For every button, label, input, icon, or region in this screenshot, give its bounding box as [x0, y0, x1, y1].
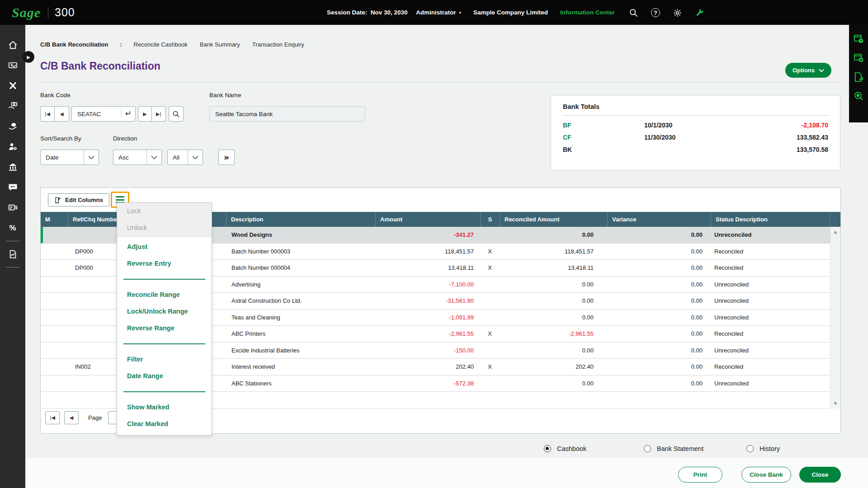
tab-reconcile-cashbook[interactable]: Reconcile Cashbook — [134, 41, 188, 48]
previous-record-button[interactable]: ◀ — [55, 106, 69, 122]
chevron-down-icon — [819, 69, 824, 72]
cheque-money-icon[interactable]: $ — [0, 55, 25, 75]
menu-item-show-marked[interactable]: Show Marked — [117, 399, 212, 416]
bank-total-row-bf: BF 10/1/2030 -2,108.70 — [563, 122, 828, 134]
tab-transaction-enquiry[interactable]: Transaction Enquiry — [252, 41, 304, 48]
menu-item-reverse-entry[interactable]: Reverse Entry — [117, 255, 212, 272]
menu-item-lock-unlock-range[interactable]: Lock/Unlock Range — [117, 303, 212, 320]
cell-variance: 0.00 — [607, 260, 711, 276]
menu-item-lock: Lock — [117, 203, 212, 220]
user-menu[interactable]: Administrator▾ — [416, 0, 461, 25]
search-icon — [172, 110, 180, 118]
grid-vertical-scrollbar[interactable]: ▲ ▼ — [830, 227, 840, 408]
radio-history[interactable]: History — [746, 445, 780, 452]
options-button[interactable]: Options — [785, 63, 831, 78]
payments-icon[interactable] — [0, 96, 25, 116]
cell-status-flag: X — [480, 260, 500, 276]
menu-item-date-range[interactable]: Date Range — [117, 368, 212, 385]
edit-columns-button[interactable]: Edit Columns — [48, 193, 109, 206]
print-button[interactable]: Print — [678, 467, 722, 483]
bank-code-field-wrap: ↵ — [71, 106, 136, 122]
menu-item-clear-marked[interactable]: Clear Marked — [117, 416, 212, 432]
bank-total-row-bk: BK 133,570.58 — [563, 146, 828, 158]
report-chart-icon[interactable] — [0, 244, 25, 264]
previous-page-button[interactable]: ◀ — [64, 411, 79, 424]
message-key-icon[interactable] — [0, 177, 25, 197]
radio-cashbook[interactable]: Cashbook — [544, 445, 586, 452]
cell-status-flag — [480, 293, 500, 309]
bank-totals-panel: Bank Totals BF 10/1/2030 -2,108.70 CF 11… — [551, 95, 840, 171]
cell-reconciled-amount: 0.00 — [500, 375, 607, 392]
product-name: 300 — [55, 6, 75, 19]
scroll-down-icon[interactable]: ▼ — [830, 399, 840, 408]
close-bank-button[interactable]: Close Bank — [741, 467, 791, 483]
report-document-icon[interactable] — [853, 71, 864, 83]
column-header-s[interactable]: S — [480, 212, 500, 227]
cell-reconciled-amount: 13,418.11 — [500, 260, 607, 276]
cell-amount: -572.38 — [375, 375, 480, 392]
tools-wrench-icon[interactable] — [694, 8, 704, 18]
radio-unselected-icon — [644, 445, 651, 452]
bank-icon[interactable] — [0, 157, 25, 177]
close-x-icon[interactable] — [0, 75, 25, 96]
top-bar: Sage 300 Session Date: Nov 30, 2030 Admi… — [0, 0, 868, 25]
percent-icon[interactable]: % — [0, 218, 25, 238]
receivables-hand-icon[interactable] — [0, 116, 25, 136]
user-settings-icon[interactable] — [0, 136, 25, 157]
cell-status-description: Unreconciled — [711, 343, 830, 359]
menu-item-filter[interactable]: Filter — [117, 351, 212, 368]
scope-select[interactable]: All — [167, 150, 203, 165]
sidebar-expand-toggle[interactable]: ▶ — [23, 51, 34, 63]
help-icon[interactable]: ? — [651, 8, 660, 18]
close-button[interactable]: Close — [799, 467, 841, 483]
menu-item-reverse-range[interactable]: Reverse Range — [117, 320, 212, 337]
chevron-down-icon — [146, 150, 161, 164]
first-page-button[interactable]: |◀ — [45, 411, 60, 424]
bank-code-input[interactable] — [72, 111, 117, 117]
recent-windows-icon[interactable] — [853, 33, 864, 45]
cell-amount: -1,091.99 — [375, 310, 480, 326]
cell-reconciled-amount: 0.00 — [500, 293, 607, 309]
cheque-dollar-icon[interactable]: $ — [0, 197, 25, 218]
next-record-button[interactable]: ▶ — [138, 106, 152, 122]
last-record-button[interactable]: ▶| — [152, 106, 166, 122]
cell-status-description: Reconciled — [711, 244, 830, 260]
column-header-variance[interactable]: Variance — [607, 212, 711, 227]
settings-gear-icon[interactable] — [672, 8, 682, 18]
direction-select[interactable]: Asc — [113, 150, 162, 165]
cell-reconciled-amount: 0.00 — [500, 310, 607, 326]
cell-status-description: Unreconciled — [711, 277, 830, 293]
inquiry-eye-icon[interactable] — [853, 90, 864, 102]
more-options-button[interactable]: » — [218, 150, 235, 165]
cell-amount: -341.27 — [375, 227, 480, 243]
cell-status-description: Reconciled — [711, 260, 830, 276]
menu-item-reconcile-range[interactable]: Reconcile Range — [117, 286, 212, 303]
home-icon[interactable] — [0, 35, 25, 55]
favorites-window-icon[interactable] — [853, 52, 864, 64]
bank-code-finder-button[interactable] — [169, 106, 184, 122]
tab-bank-summary[interactable]: Bank Summary — [200, 41, 240, 48]
first-record-button[interactable]: |◀ — [40, 106, 55, 122]
divider — [40, 82, 841, 83]
information-center-link[interactable]: Information Center — [560, 0, 615, 25]
main-content: C/B Bank Reconciliation : Reconcile Cash… — [25, 25, 868, 488]
cell-variance: 0.00 — [607, 359, 711, 375]
chevron-down-icon — [84, 150, 99, 164]
column-header-m[interactable]: M — [41, 212, 68, 227]
cell-variance: 0.00 — [607, 326, 711, 342]
column-header-reconciled-amount[interactable]: Reconciled Amount — [500, 212, 607, 227]
radio-bank-statement[interactable]: Bank Statement — [644, 445, 703, 452]
session-date: Session Date: Nov 30, 2030 — [327, 0, 408, 25]
sort-by-select[interactable]: Date — [40, 150, 99, 165]
column-header-description[interactable]: Description — [226, 212, 375, 227]
search-icon[interactable] — [628, 8, 638, 18]
menu-item-adjust[interactable]: Adjust — [117, 239, 212, 255]
menu-divider — [123, 279, 205, 280]
column-header-status-description[interactable]: Status Description — [711, 212, 830, 227]
bank-code-navigator: |◀ ◀ ↵ ▶ ▶| — [40, 106, 184, 122]
cell-status-flag — [480, 277, 500, 293]
scroll-up-icon[interactable]: ▲ — [830, 228, 840, 236]
bank-totals-title: Bank Totals — [563, 103, 828, 110]
column-header-amount[interactable]: Amount — [375, 212, 480, 227]
chevron-down-icon: ▾ — [459, 10, 462, 15]
